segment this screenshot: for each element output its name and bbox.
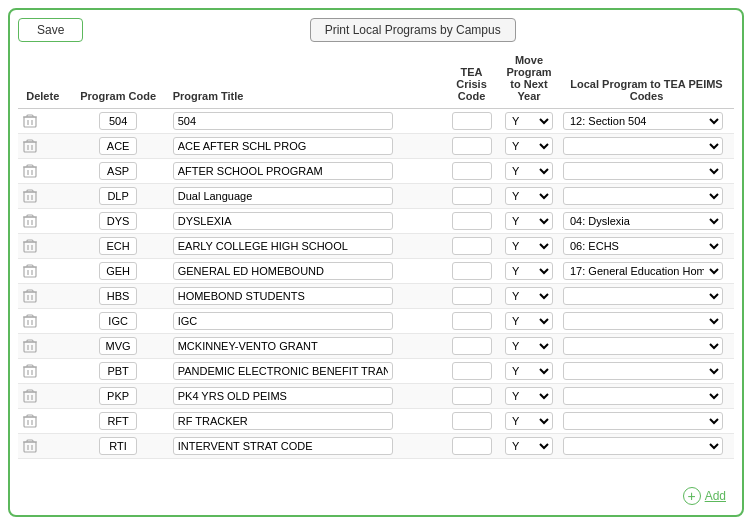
program-code-input[interactable]	[99, 437, 137, 455]
peims-code-select[interactable]: 04: Dyslexia06: ECHS12: Section 50417: G…	[563, 162, 723, 180]
peims-code-select[interactable]: 04: Dyslexia06: ECHS12: Section 50417: G…	[563, 237, 723, 255]
program-code-input[interactable]	[99, 337, 137, 355]
program-title-input[interactable]	[173, 437, 393, 455]
tea-crisis-input[interactable]	[452, 312, 492, 330]
col-local-program: Local Program to TEA PEIMS Codes	[559, 50, 734, 109]
delete-button[interactable]	[22, 213, 38, 229]
program-title-input[interactable]	[173, 112, 393, 130]
program-title-input[interactable]	[173, 212, 393, 230]
peims-code-select[interactable]: 04: Dyslexia06: ECHS12: Section 50417: G…	[563, 212, 723, 230]
tea-crisis-input[interactable]	[452, 412, 492, 430]
move-next-year-select[interactable]: YN	[505, 337, 553, 355]
program-title-input[interactable]	[173, 337, 393, 355]
tea-crisis-input[interactable]	[452, 112, 492, 130]
move-next-year-select[interactable]: YN	[505, 237, 553, 255]
tea-crisis-input[interactable]	[452, 337, 492, 355]
program-code-input[interactable]	[99, 137, 137, 155]
delete-button[interactable]	[22, 263, 38, 279]
table-row: YN04: Dyslexia06: ECHS12: Section 50417:…	[18, 284, 734, 309]
peims-code-select[interactable]: 04: Dyslexia06: ECHS12: Section 50417: G…	[563, 112, 723, 130]
move-next-year-select[interactable]: YN	[505, 387, 553, 405]
move-next-year-select[interactable]: YN	[505, 137, 553, 155]
tea-crisis-input[interactable]	[452, 437, 492, 455]
peims-code-select[interactable]: 04: Dyslexia06: ECHS12: Section 50417: G…	[563, 337, 723, 355]
program-code-input[interactable]	[99, 312, 137, 330]
svg-rect-48	[24, 417, 36, 427]
peims-code-select[interactable]: 04: Dyslexia06: ECHS12: Section 50417: G…	[563, 187, 723, 205]
program-title-input[interactable]	[173, 412, 393, 430]
program-title-input[interactable]	[173, 262, 393, 280]
tea-crisis-input[interactable]	[452, 287, 492, 305]
move-next-year-select[interactable]: YN	[505, 412, 553, 430]
add-link[interactable]: Add	[705, 489, 726, 503]
move-next-year-select[interactable]: YN	[505, 162, 553, 180]
tea-crisis-input[interactable]	[452, 237, 492, 255]
program-code-input[interactable]	[99, 187, 137, 205]
peims-code-select[interactable]: 04: Dyslexia06: ECHS12: Section 50417: G…	[563, 412, 723, 430]
tea-crisis-input[interactable]	[452, 162, 492, 180]
program-code-input[interactable]	[99, 237, 137, 255]
move-next-year-select[interactable]: YN	[505, 187, 553, 205]
delete-button[interactable]	[22, 363, 38, 379]
program-title-input[interactable]	[173, 237, 393, 255]
delete-button[interactable]	[22, 138, 38, 154]
peims-code-select[interactable]: 04: Dyslexia06: ECHS12: Section 50417: G…	[563, 137, 723, 155]
delete-button[interactable]	[22, 113, 38, 129]
svg-rect-44	[24, 392, 36, 402]
col-program-title: Program Title	[169, 50, 444, 109]
program-title-input[interactable]	[173, 187, 393, 205]
program-code-input[interactable]	[99, 262, 137, 280]
program-title-input[interactable]	[173, 362, 393, 380]
tea-crisis-input[interactable]	[452, 387, 492, 405]
print-button[interactable]: Print Local Programs by Campus	[310, 18, 516, 42]
program-code-input[interactable]	[99, 287, 137, 305]
peims-code-select[interactable]: 04: Dyslexia06: ECHS12: Section 50417: G…	[563, 362, 723, 380]
save-button[interactable]: Save	[18, 18, 83, 42]
tea-crisis-input[interactable]	[452, 137, 492, 155]
delete-button[interactable]	[22, 388, 38, 404]
program-title-input[interactable]	[173, 312, 393, 330]
delete-button[interactable]	[22, 238, 38, 254]
tea-crisis-input[interactable]	[452, 262, 492, 280]
delete-button[interactable]	[22, 338, 38, 354]
program-code-input[interactable]	[99, 387, 137, 405]
add-circle-icon[interactable]: +	[683, 487, 701, 505]
program-code-input[interactable]	[99, 412, 137, 430]
delete-button[interactable]	[22, 313, 38, 329]
table-row: YN04: Dyslexia06: ECHS12: Section 50417:…	[18, 134, 734, 159]
program-code-input[interactable]	[99, 112, 137, 130]
move-next-year-select[interactable]: YN	[505, 312, 553, 330]
move-next-year-select[interactable]: YN	[505, 112, 553, 130]
program-code-input[interactable]	[99, 162, 137, 180]
delete-button[interactable]	[22, 438, 38, 454]
move-next-year-select[interactable]: YN	[505, 362, 553, 380]
tea-crisis-input[interactable]	[452, 212, 492, 230]
peims-code-select[interactable]: 04: Dyslexia06: ECHS12: Section 50417: G…	[563, 287, 723, 305]
delete-button[interactable]	[22, 163, 38, 179]
col-tea-crisis: TEA Crisis Code	[444, 50, 499, 109]
program-title-input[interactable]	[173, 287, 393, 305]
program-code-input[interactable]	[99, 212, 137, 230]
col-program-code: Program Code	[68, 50, 169, 109]
delete-button[interactable]	[22, 288, 38, 304]
col-delete: Delete	[18, 50, 68, 109]
program-title-input[interactable]	[173, 387, 393, 405]
move-next-year-select[interactable]: YN	[505, 262, 553, 280]
program-code-input[interactable]	[99, 362, 137, 380]
move-next-year-select[interactable]: YN	[505, 212, 553, 230]
peims-code-select[interactable]: 04: Dyslexia06: ECHS12: Section 50417: G…	[563, 262, 723, 280]
tea-crisis-input[interactable]	[452, 187, 492, 205]
peims-code-select[interactable]: 04: Dyslexia06: ECHS12: Section 50417: G…	[563, 312, 723, 330]
peims-code-select[interactable]: 04: Dyslexia06: ECHS12: Section 50417: G…	[563, 387, 723, 405]
move-next-year-select[interactable]: YN	[505, 437, 553, 455]
program-title-input[interactable]	[173, 137, 393, 155]
table-row: YN04: Dyslexia06: ECHS12: Section 50417:…	[18, 209, 734, 234]
delete-button[interactable]	[22, 188, 38, 204]
program-title-input[interactable]	[173, 162, 393, 180]
peims-code-select[interactable]: 04: Dyslexia06: ECHS12: Section 50417: G…	[563, 437, 723, 455]
tea-crisis-input[interactable]	[452, 362, 492, 380]
move-next-year-select[interactable]: YN	[505, 287, 553, 305]
main-container: Save Print Local Programs by Campus Dele…	[8, 8, 744, 517]
delete-button[interactable]	[22, 413, 38, 429]
table-row: YN04: Dyslexia06: ECHS12: Section 50417:…	[18, 434, 734, 459]
